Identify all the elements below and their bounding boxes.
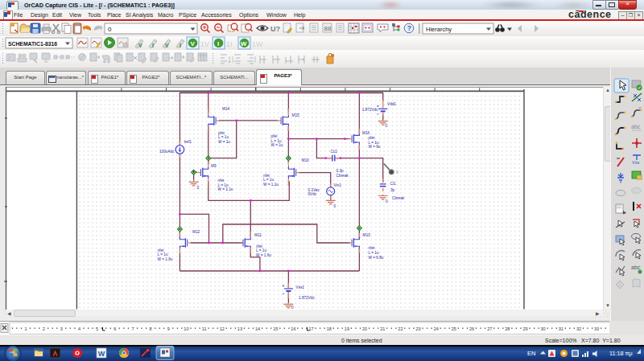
svg-text:V: V <box>396 170 398 174</box>
svg-text:0: 0 <box>386 199 388 203</box>
svg-text:M16: M16 <box>362 131 370 135</box>
svg-text:22: 22 <box>398 326 402 331</box>
svg-text:3p: 3p <box>390 188 395 192</box>
svg-text:V: V <box>138 43 142 48</box>
svg-text:11: 11 <box>202 326 207 331</box>
svg-text:W = 1.1u: W = 1.1u <box>218 187 233 191</box>
svg-text:1.872Vdc: 1.872Vdc <box>299 296 315 300</box>
svg-text:pfet: pfet <box>271 134 279 138</box>
svg-text:M15: M15 <box>292 113 300 117</box>
svg-text:25: 25 <box>452 326 456 331</box>
svg-text:L = 1u: L = 1u <box>271 139 282 143</box>
svg-text:V: V <box>191 40 196 47</box>
svg-text:10: 10 <box>184 326 188 331</box>
svg-text:M11: M11 <box>254 233 262 237</box>
svg-text:abc: abc <box>631 265 641 270</box>
svg-text:W = 1.6u: W = 1.6u <box>256 253 271 257</box>
svg-text:30: 30 <box>541 326 546 331</box>
svg-text:M14: M14 <box>222 107 230 111</box>
svg-text:12: 12 <box>220 326 225 331</box>
svg-text:Cbreak: Cbreak <box>392 196 405 200</box>
svg-text:pfet: pfet <box>369 136 376 140</box>
svg-text:L = 1u: L = 1u <box>263 178 274 182</box>
svg-text:0: 0 <box>386 124 388 128</box>
svg-text:U?: U? <box>270 25 280 33</box>
svg-text:?: ? <box>407 24 411 32</box>
svg-text:pfet: pfet <box>218 131 225 135</box>
svg-text:24: 24 <box>434 326 439 331</box>
svg-text:Vin1: Vin1 <box>334 183 342 187</box>
svg-text:23: 23 <box>415 326 420 331</box>
svg-text:32: 32 <box>576 326 581 331</box>
svg-text:L = 1u: L = 1u <box>256 248 266 252</box>
svg-text:W = 9u: W = 9u <box>369 145 381 149</box>
svg-text:15: 15 <box>273 326 278 331</box>
svg-text:88: 88 <box>324 25 332 32</box>
svg-text:Cc1: Cc1 <box>331 150 338 154</box>
svg-text:8: 8 <box>150 326 152 331</box>
svg-text:13: 13 <box>237 326 242 331</box>
svg-text:1W: 1W <box>252 40 263 48</box>
svg-text:abc: abc <box>631 124 641 129</box>
svg-text:Hierarchy: Hierarchy <box>426 26 452 33</box>
svg-text:I: I <box>152 43 154 48</box>
svg-text:9: 9 <box>167 326 170 331</box>
svg-text:Vdd1: Vdd1 <box>387 102 396 106</box>
svg-text:33: 33 <box>594 326 599 331</box>
svg-text:EN: EN <box>527 350 535 357</box>
svg-text:L = 1u: L = 1u <box>218 183 229 187</box>
svg-text:M13: M13 <box>363 233 371 237</box>
svg-text:M9: M9 <box>211 164 217 168</box>
svg-text:18: 18 <box>327 326 332 331</box>
svg-text:Vss1: Vss1 <box>296 285 305 289</box>
svg-text:19: 19 <box>345 326 349 331</box>
svg-text:L = 1u: L = 1u <box>369 141 379 145</box>
svg-text:nfet: nfet <box>218 178 225 183</box>
svg-text:0Vdc: 0Vdc <box>308 192 317 196</box>
svg-text:nfet: nfet <box>256 244 263 248</box>
svg-text:W: W <box>241 40 247 47</box>
svg-text:L = 1u: L = 1u <box>369 251 379 255</box>
svg-text:SCHEMATIC1-8316: SCHEMATIC1-8316 <box>8 41 57 47</box>
svg-text:1V: 1V <box>200 40 209 48</box>
svg-text:Vss: Vss <box>632 160 639 165</box>
svg-text:29: 29 <box>522 326 527 331</box>
svg-text:L = 1u: L = 1u <box>158 252 168 256</box>
svg-text:6: 6 <box>114 326 116 331</box>
svg-text:0.1Vac: 0.1Vac <box>308 188 320 192</box>
svg-text:4: 4 <box>78 326 80 331</box>
svg-text:Cl1: Cl1 <box>390 182 396 186</box>
svg-text:0: 0 <box>197 186 200 190</box>
svg-text:2: 2 <box>43 326 45 331</box>
svg-text:0.3p: 0.3p <box>336 169 345 173</box>
svg-text:W = 1.1u: W = 1.1u <box>263 183 279 187</box>
svg-text:0: 0 <box>108 26 112 33</box>
svg-text:1.872Vdc: 1.872Vdc <box>362 108 378 112</box>
svg-text:27: 27 <box>487 326 492 331</box>
svg-text:nfet: nfet <box>158 248 165 252</box>
svg-text:M10: M10 <box>302 158 310 162</box>
svg-text:28: 28 <box>505 326 510 331</box>
svg-text:20: 20 <box>362 326 367 331</box>
svg-text:3: 3 <box>60 326 63 331</box>
svg-text:1I: 1I <box>226 40 233 48</box>
svg-text:W = 1u: W = 1u <box>218 140 230 144</box>
svg-text:14: 14 <box>255 326 260 331</box>
svg-text:W = 1u: W = 1u <box>271 143 283 147</box>
svg-text:26: 26 <box>469 326 474 331</box>
svg-text:W = 1.6u: W = 1.6u <box>158 257 173 261</box>
svg-text:31: 31 <box>559 326 564 331</box>
svg-text:100uAdc: 100uAdc <box>159 150 175 154</box>
svg-text:L = 1u: L = 1u <box>218 135 229 139</box>
svg-text:1: 1 <box>24 326 27 331</box>
svg-text:nfet: nfet <box>263 174 270 178</box>
svg-text:V: V <box>165 43 169 48</box>
svg-text:Iref1: Iref1 <box>184 140 192 144</box>
svg-text:7: 7 <box>131 326 134 331</box>
svg-text:M12: M12 <box>192 230 200 234</box>
svg-text:W = 6.8u: W = 6.8u <box>369 256 384 260</box>
svg-text:I: I <box>217 40 219 47</box>
svg-text:11:18 πμ: 11:18 πμ <box>609 350 633 357</box>
svg-text:nfet: nfet <box>369 246 376 250</box>
svg-text:I: I <box>180 43 181 48</box>
